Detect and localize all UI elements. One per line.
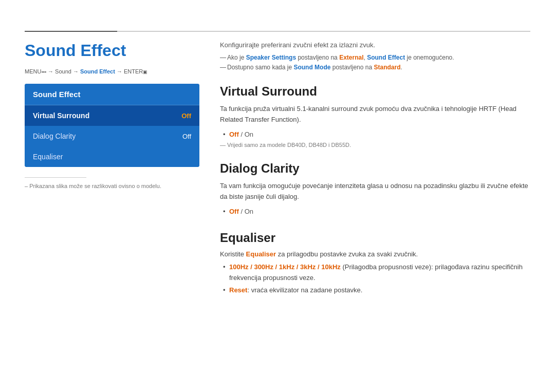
left-panel: Sound Effect MENU▪▪▪ → Sound → Sound Eff…: [25, 36, 199, 298]
intro-text: Konfigurirajte preferirani zvučni efekt …: [220, 41, 530, 49]
freq-labels: 100Hz / 300Hz / 1kHz / 3kHz / 10kHz: [229, 263, 341, 271]
virtual-surround-title: Virtual Surround: [220, 84, 530, 99]
nav-item-label: Virtual Surround: [33, 111, 89, 120]
breadcrumb-text: MENU▪▪▪ → Sound → Sound Effect → ENTER▣: [25, 68, 147, 74]
nav-item-equaliser[interactable]: Equaliser: [25, 146, 199, 167]
page-title: Sound Effect: [25, 41, 199, 60]
external-label: External: [339, 54, 363, 61]
virtual-surround-options: Off / On: [220, 129, 530, 140]
nav-item-value: Off: [182, 133, 191, 140]
nav-item-label: Dialog Clarity: [33, 132, 76, 140]
speaker-settings-label: Speaker Settings: [246, 54, 296, 61]
nav-menu-header: Sound Effect: [25, 84, 199, 105]
note-sound-mode: Dostupno samo kada je Sound Mode postavl…: [220, 64, 530, 71]
divider: [25, 177, 86, 178]
nav-item-virtual-surround[interactable]: Virtual Surround Off: [25, 105, 199, 126]
virtual-surround-subnote: Vrijedi samo za modele DB40D, DB48D i DB…: [220, 142, 530, 148]
note-speaker-settings: Ako je Speaker Settings postavljeno na E…: [220, 54, 530, 61]
breadcrumb: MENU▪▪▪ → Sound → Sound Effect → ENTER▣: [25, 68, 199, 74]
equaliser-reset: Reset: vraća ekvilizator na zadane posta…: [220, 285, 530, 296]
reset-label: Reset: [229, 286, 247, 294]
dc-on-label: On: [245, 208, 253, 215]
equaliser-bold: Equaliser: [246, 250, 276, 258]
nav-item-dialog-clarity[interactable]: Dialog Clarity Off: [25, 126, 199, 146]
virtual-surround-body: Ta funkcija pruža virtualni 5.1-kanalni …: [220, 104, 530, 125]
main-container: Sound Effect MENU▪▪▪ → Sound → Sound Eff…: [0, 0, 555, 319]
dialog-clarity-body: Ta vam funkcija omogućuje povećanje inte…: [220, 181, 530, 202]
vs-on-label: On: [245, 130, 253, 138]
sound-effect-label: Sound Effect: [367, 54, 405, 61]
nav-item-label: Equaliser: [33, 153, 63, 161]
dc-off-label: Off: [229, 208, 239, 215]
right-panel: Konfigurirajte preferirani zvučni efekt …: [220, 36, 530, 298]
dialog-clarity-options: Off / On: [220, 207, 530, 217]
footnote: – Prikazana slika može se razlikovati ov…: [25, 183, 199, 189]
standard-label: Standard: [374, 64, 400, 71]
nav-menu: Sound Effect Virtual Surround Off Dialog…: [25, 84, 199, 167]
nav-item-value: Off: [181, 112, 191, 120]
equaliser-freqs: 100Hz / 300Hz / 1kHz / 3kHz / 10kHz (Pri…: [220, 262, 530, 284]
dialog-clarity-title: Dialog Clarity: [220, 161, 530, 176]
top-border: [25, 31, 530, 32]
vs-off-label: Off: [229, 130, 239, 138]
equaliser-title: Equaliser: [220, 231, 530, 245]
equaliser-intro: Koristite Equaliser za prilagodbu postav…: [220, 250, 530, 258]
sound-mode-label: Sound Mode: [293, 64, 330, 71]
